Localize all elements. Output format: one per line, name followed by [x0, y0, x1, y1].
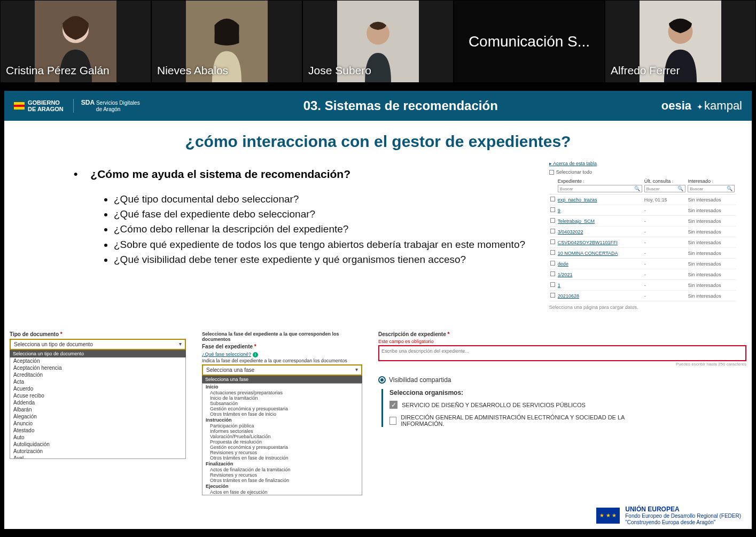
doctype-option[interactable]: Autoliquidación — [10, 441, 185, 448]
visibility-radio[interactable]: Visibilidad compartida — [378, 376, 635, 384]
doctype-option[interactable]: Aval — [10, 455, 185, 459]
doctype-option[interactable]: Acreditación — [10, 371, 185, 378]
eu-line2: "Construyendo Europa desde Aragón" — [625, 519, 741, 526]
doctype-option[interactable]: Atestado — [10, 427, 185, 434]
select-all-label: Seleccionar todo — [556, 169, 592, 175]
checkbox-icon[interactable] — [549, 170, 554, 175]
doctype-option[interactable]: Addenda — [10, 399, 185, 406]
mock-phase: Selecciona la fase del expediente a la q… — [202, 331, 362, 495]
table-row[interactable]: Teletrabajo_SCM-Sin interesados — [549, 216, 736, 227]
table-row[interactable]: 3/04032022-Sin interesados — [549, 227, 736, 237]
expediente-link[interactable]: exp_nacho_trazas — [558, 197, 597, 203]
desc-input[interactable]: Escribe una descripción del expediente..… — [378, 345, 746, 361]
phase-group-header: Inicio — [202, 384, 362, 390]
expediente-link[interactable]: 1 — [558, 283, 560, 288]
desc-char-hint: Puedes escribir hasta 250 caracteres — [378, 362, 746, 367]
phase-option[interactable]: Gestión económica y presupuestaria — [202, 445, 362, 450]
search-input[interactable]: Buscar🔍 — [644, 185, 686, 192]
phase-option[interactable]: Revisiones y recursos — [202, 472, 362, 478]
about-table-link[interactable]: Acerca de esta tabla — [549, 161, 597, 166]
video-tile-4[interactable]: Comunicación S... — [454, 1, 604, 82]
search-input[interactable]: Buscar🔍 — [558, 185, 642, 192]
checkbox-icon[interactable] — [550, 207, 555, 212]
col-consulta[interactable]: Últ. consulta Buscar🔍 — [643, 177, 687, 194]
doctype-label: Tipo de documento * — [10, 331, 186, 337]
video-tile-1[interactable]: Cristina Pérez Galán — [1, 1, 151, 82]
table-row[interactable]: CSVD042SOY2BW1101FFI-Sin interesados — [549, 237, 736, 248]
phase-option[interactable]: Valoración/Prueba/Licitación — [202, 434, 362, 439]
table-row[interactable]: 1-Sin interesados — [549, 280, 736, 291]
checkbox-icon[interactable] — [389, 417, 396, 425]
expediente-link[interactable]: 1/2021 — [558, 272, 573, 277]
video-tile-2[interactable]: Nieves Abalos — [152, 1, 302, 82]
phase-option[interactable]: Actos en fase de ejecución — [202, 489, 362, 495]
table-row[interactable]: 20210628-Sin interesados — [549, 291, 736, 301]
aragon-flag-icon — [14, 102, 25, 110]
phase-option[interactable]: Gestión económica y presupuestaria — [202, 406, 362, 411]
expediente-link[interactable]: 10 NOMINA CONCERTADA — [558, 251, 618, 256]
slide-left-column: ¿Cómo me ayuda el sistema de recomendaci… — [20, 160, 539, 310]
sda-logo: SDA Servicios Digitales de Aragón — [73, 99, 140, 113]
interesado-cell: Sin interesados — [687, 291, 736, 301]
phase-option[interactable]: Revisiones y recursos — [202, 450, 362, 455]
phase-option[interactable]: Otros trámites en fase de inicio — [202, 411, 362, 417]
table-row[interactable]: exp_nacho_trazasHoy, 01:15Sin interesado… — [549, 194, 736, 205]
doctype-option[interactable]: Aceptación herencia — [10, 364, 185, 371]
expediente-link[interactable]: dede — [558, 261, 568, 267]
table-row[interactable]: 9-Sin interesados — [549, 205, 736, 216]
select-all-row[interactable]: Seleccionar todo — [549, 169, 736, 175]
doctype-option[interactable]: Auto — [10, 434, 185, 441]
table-row[interactable]: 10 NOMINA CONCERTADA-Sin interesados — [549, 248, 736, 259]
phase-option[interactable]: Actos de finalización de la tramitación — [202, 467, 362, 472]
phase-option[interactable]: Otros trámites en fase de finalización — [202, 478, 362, 483]
interesado-cell: Sin interesados — [687, 216, 736, 227]
doctype-option[interactable]: Anuncio — [10, 420, 185, 427]
expediente-link[interactable]: 20210628 — [558, 293, 579, 299]
doctype-option[interactable]: Autorización — [10, 448, 185, 455]
checkbox-icon[interactable] — [550, 271, 555, 276]
checkbox-icon[interactable] — [550, 282, 555, 287]
checkbox-icon[interactable] — [550, 250, 555, 255]
phase-select[interactable]: Selecciona una fase — [202, 364, 362, 376]
video-tile-5[interactable]: Alfredo Ferrer — [605, 1, 755, 82]
checkbox-icon[interactable]: ✓ — [389, 401, 398, 409]
phase-option[interactable]: Actuaciones previas/preparatorias — [202, 390, 362, 395]
phase-options[interactable]: InicioActuaciones previas/preparatoriasI… — [202, 383, 362, 495]
phase-option[interactable]: Propuesta de resolución — [202, 439, 362, 445]
table-row[interactable]: 1/2021-Sin interesados — [549, 269, 736, 280]
org-checkbox-row[interactable]: DIRECCIÓN GENERAL DE ADMINISTRACIÓN ELEC… — [389, 414, 635, 427]
expediente-link[interactable]: CSVD042SOY2BW1101FFI — [558, 240, 618, 245]
col-expediente[interactable]: Expediente Buscar🔍 — [557, 177, 643, 194]
consulta-cell: - — [643, 248, 687, 259]
checkbox-icon[interactable] — [550, 239, 555, 244]
checkbox-icon[interactable] — [550, 197, 555, 201]
video-tile-3[interactable]: Jose Subero — [303, 1, 453, 82]
phase-option[interactable]: Subsanación — [202, 401, 362, 406]
doctype-option[interactable]: Alegación — [10, 413, 185, 420]
checkbox-icon[interactable] — [550, 229, 555, 234]
doctype-option[interactable]: Acuerdo — [10, 385, 185, 392]
table-row[interactable]: dede-Sin interesados — [549, 259, 736, 269]
checkbox-icon[interactable] — [550, 218, 555, 223]
doctype-option[interactable]: Acta — [10, 378, 185, 385]
doctype-option[interactable]: Albarán — [10, 406, 185, 413]
phase-option[interactable]: Inicio de la tramitación — [202, 395, 362, 401]
phase-option[interactable]: Otros trámites en fase de instrucción — [202, 455, 362, 461]
doctype-options[interactable]: AceptaciónAceptación herenciaAcreditació… — [10, 357, 186, 459]
checkbox-icon[interactable] — [550, 293, 555, 298]
doctype-option[interactable]: Acuse recibo — [10, 392, 185, 399]
search-input[interactable]: Buscar🔍 — [688, 185, 735, 192]
expediente-link[interactable]: 3/04032022 — [558, 229, 583, 235]
expediente-link[interactable]: 9 — [558, 208, 560, 213]
slide-section-title: 03. Sistemas de recomendación — [150, 98, 652, 113]
org-checkbox-row[interactable]: ✓SERVICIO DE DISEÑO Y DESARROLLO DE SERV… — [389, 401, 635, 409]
phase-option[interactable]: Informes sectoriales — [202, 429, 362, 434]
phase-option[interactable]: Participación pública — [202, 423, 362, 429]
checkbox-icon[interactable] — [550, 261, 555, 266]
mock-document-type: Tipo de documento * Selecciona un tipo d… — [10, 331, 186, 459]
phase-help-link[interactable]: ¿Qué fase seleccioné? — [202, 352, 251, 357]
doctype-option[interactable]: Aceptación — [10, 357, 185, 364]
expediente-link[interactable]: Teletrabajo_SCM — [558, 219, 595, 224]
doctype-select[interactable]: Selecciona un tipo de documento — [10, 339, 186, 350]
col-interesado[interactable]: Interesado Buscar🔍 — [687, 177, 736, 194]
